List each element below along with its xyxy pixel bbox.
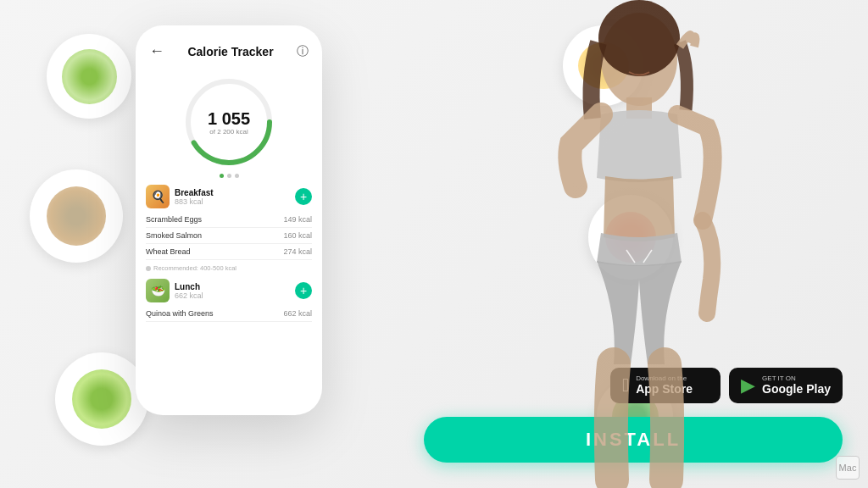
- plate-asparagus: [30, 169, 123, 263]
- rec-dot: [146, 266, 151, 271]
- dot-1: [220, 174, 224, 178]
- woman-photo: [512, 0, 766, 488]
- wheat-bread-name: Wheat Bread: [146, 247, 191, 256]
- breakfast-icon: 🍳: [146, 185, 170, 208]
- breakfast-label: Breakfast 883 kcal: [175, 188, 214, 206]
- add-breakfast-button[interactable]: +: [295, 188, 312, 205]
- svg-point-3: [598, 0, 680, 76]
- quinoa-row: Quinoa with Greens 662 kcal: [146, 306, 312, 322]
- wheat-bread-cal: 274 kcal: [283, 247, 312, 256]
- calorie-circle: 1 055 of 2 200 kcal: [136, 67, 322, 185]
- plate-pasta: [47, 34, 131, 119]
- lunch-section: 🥗 Lunch 662 kcal + Quinoa with Greens 66…: [146, 279, 312, 322]
- progress-circle: 1 055 of 2 200 kcal: [182, 75, 275, 169]
- back-icon[interactable]: ←: [149, 42, 164, 60]
- googleplay-small-text: GET IT ON: [762, 374, 831, 383]
- quinoa-cal: 662 kcal: [283, 309, 312, 318]
- breakfast-kcal: 883 kcal: [175, 197, 214, 206]
- add-lunch-button[interactable]: +: [295, 282, 312, 299]
- dot-3: [235, 174, 239, 178]
- lunch-icon: 🥗: [146, 279, 170, 302]
- smoked-salmon-name: Smoked Salmon: [146, 231, 202, 240]
- lunch-name: Lunch: [175, 282, 203, 291]
- breakfast-header: 🍳 Breakfast 883 kcal +: [146, 185, 312, 208]
- info-icon[interactable]: ⓘ: [297, 44, 309, 59]
- scrambled-eggs-cal: 149 kcal: [283, 215, 312, 224]
- googleplay-text: GET IT ON Google Play: [762, 374, 831, 396]
- quinoa-name: Quinoa with Greens: [146, 309, 214, 318]
- phone-header: ← Calorie Tracker ⓘ: [136, 25, 322, 67]
- googleplay-name: Google Play: [762, 382, 831, 396]
- page-dots: [220, 174, 239, 178]
- lunch-header: 🥗 Lunch 662 kcal +: [146, 279, 312, 302]
- meal-list: 🍳 Breakfast 883 kcal + Scrambled Eggs 14…: [136, 185, 322, 322]
- lunch-label: Lunch 662 kcal: [175, 282, 203, 300]
- lunch-kcal: 662 kcal: [175, 291, 203, 300]
- phone-mockup: ← Calorie Tracker ⓘ 1 055 of 2 200 kcal …: [136, 25, 322, 415]
- wheat-bread-row: Wheat Bread 274 kcal: [146, 244, 312, 260]
- app-title: Calorie Tracker: [187, 45, 273, 58]
- scrambled-eggs-name: Scrambled Eggs: [146, 215, 202, 224]
- calorie-total: of 2 200 kcal: [208, 128, 250, 136]
- smoked-salmon-row: Smoked Salmon 160 kcal: [146, 228, 312, 244]
- breakfast-name: Breakfast: [175, 188, 214, 197]
- calorie-display: 1 055 of 2 200 kcal: [208, 109, 250, 136]
- dot-2: [227, 174, 231, 178]
- breakfast-header-left: 🍳 Breakfast 883 kcal: [146, 185, 214, 208]
- lunch-header-left: 🥗 Lunch 662 kcal: [146, 279, 203, 302]
- smoked-salmon-cal: 160 kcal: [283, 231, 312, 240]
- scrambled-eggs-row: Scrambled Eggs 149 kcal: [146, 212, 312, 228]
- mac-watermark: Mac: [836, 456, 860, 480]
- calorie-value: 1 055: [208, 109, 250, 128]
- plate-salad: [55, 352, 148, 446]
- recommended-text: Recommended: 400-500 kcal: [146, 260, 312, 275]
